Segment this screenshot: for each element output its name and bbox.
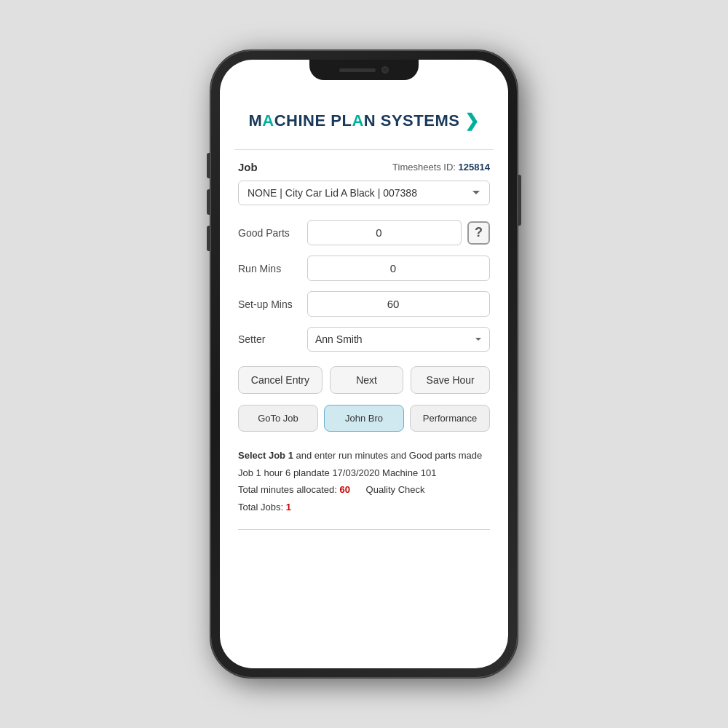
total-jobs-value: 1 xyxy=(286,502,291,513)
phone-notch xyxy=(309,60,419,80)
good-parts-label: Good Parts xyxy=(238,227,307,239)
cancel-entry-button[interactable]: Cancel Entry xyxy=(238,366,323,394)
page-wrapper: MACHINE PLAN SYSTEMS ❯ Job Timesheets ID… xyxy=(0,0,728,728)
logo-chine: CHINE PL xyxy=(274,111,352,130)
quality-check-label: Quality Check xyxy=(350,484,425,495)
notch-camera xyxy=(381,66,389,74)
job-label: Job xyxy=(238,161,258,173)
logo-a-accent: A xyxy=(262,111,274,130)
goto-job-button[interactable]: GoTo Job xyxy=(238,405,318,432)
logo-container: MACHINE PLAN SYSTEMS ❯ xyxy=(234,96,494,149)
run-mins-row: Run Mins xyxy=(238,256,490,281)
phone-screen: MACHINE PLAN SYSTEMS ❯ Job Timesheets ID… xyxy=(220,60,508,668)
logo-n-systems: N SYSTEMS xyxy=(364,111,460,130)
good-parts-input[interactable] xyxy=(307,220,462,245)
performance-button[interactable]: Performance xyxy=(410,405,490,432)
setup-mins-label: Set-up Mins xyxy=(238,298,307,310)
setter-dropdown[interactable]: Ann Smith John Brown Other xyxy=(307,327,490,352)
info-line-1: Select Job 1 and enter run minutes and G… xyxy=(238,448,490,463)
nav-buttons: GoTo Job John Bro Performance xyxy=(238,405,490,432)
logo-chevron-icon: ❯ xyxy=(464,111,480,131)
info-line-4: Total Jobs: 1 xyxy=(238,500,490,515)
notch-speaker xyxy=(339,68,376,72)
timesheet-id-value: 125814 xyxy=(459,162,490,173)
info-line-2: Job 1 hour 6 plandate 17/03/2020 Machine… xyxy=(238,466,490,480)
form-area: Job Timesheets ID: 125814 NONE | City Ca… xyxy=(234,161,494,530)
info-area: Select Job 1 and enter run minutes and G… xyxy=(238,445,490,521)
job-dropdown[interactable]: NONE | City Car Lid A Black | 007388 xyxy=(238,181,490,205)
info-line-3: Total minutes allocated: 60 Quality Chec… xyxy=(238,483,490,497)
john-bro-button[interactable]: John Bro xyxy=(324,405,404,432)
timesheet-id: Timesheets ID: 125814 xyxy=(392,162,490,173)
run-mins-label: Run Mins xyxy=(238,263,307,274)
save-hour-button[interactable]: Save Hour xyxy=(411,366,490,394)
help-button[interactable]: ? xyxy=(467,221,490,245)
phone-shell: MACHINE PLAN SYSTEMS ❯ Job Timesheets ID… xyxy=(211,51,517,677)
timesheet-label: Timesheets ID: xyxy=(392,162,456,173)
bottom-divider xyxy=(238,529,490,530)
app-logo: MACHINE PLAN SYSTEMS ❯ xyxy=(248,111,479,131)
setter-label: Setter xyxy=(238,333,307,345)
total-mins-label: Total minutes allocated: xyxy=(238,484,339,495)
good-parts-row: Good Parts ? xyxy=(238,220,490,245)
logo-a-accent2: A xyxy=(352,111,363,130)
header-divider xyxy=(234,149,494,150)
total-mins-value: 60 xyxy=(339,484,349,495)
action-buttons: Cancel Entry Next Save Hour xyxy=(238,366,490,394)
logo-machine: M xyxy=(248,111,262,130)
job-header: Job Timesheets ID: 125814 xyxy=(238,161,490,173)
next-button[interactable]: Next xyxy=(330,366,404,394)
total-jobs-label: Total Jobs: xyxy=(238,502,286,513)
info-line-2-text: Job 1 hour 6 plandate 17/03/2020 Machine… xyxy=(238,467,437,478)
setup-mins-input[interactable] xyxy=(307,291,490,317)
setup-mins-row: Set-up Mins xyxy=(238,291,490,317)
setter-row: Setter Ann Smith John Brown Other xyxy=(238,327,490,352)
screen-content: MACHINE PLAN SYSTEMS ❯ Job Timesheets ID… xyxy=(220,60,508,668)
run-mins-input[interactable] xyxy=(307,256,490,281)
